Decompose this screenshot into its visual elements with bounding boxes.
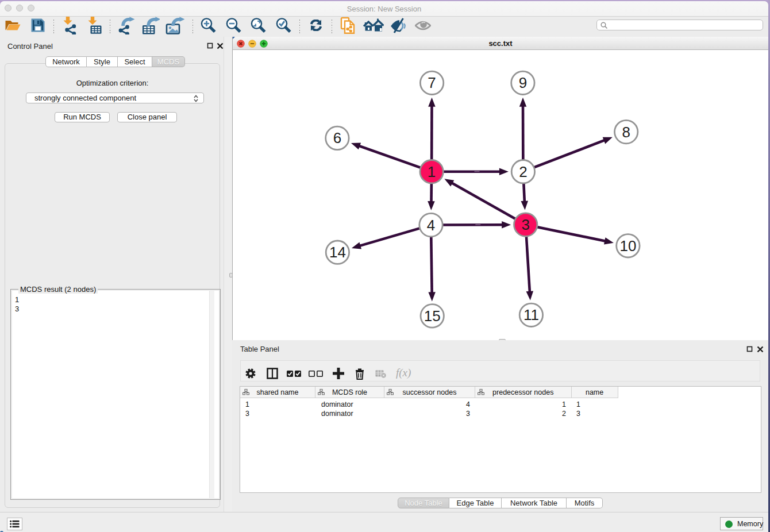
svg-text:3: 3 — [521, 216, 529, 233]
svg-text:2: 2 — [519, 163, 527, 180]
svg-text:14: 14 — [329, 244, 346, 261]
svg-text:10: 10 — [619, 237, 636, 255]
svg-text:15: 15 — [424, 307, 441, 325]
svg-text:11: 11 — [523, 306, 539, 323]
svg-text:6: 6 — [333, 129, 341, 147]
svg-text:8: 8 — [622, 124, 630, 141]
svg-text:4: 4 — [427, 217, 435, 234]
svg-text:9: 9 — [519, 74, 527, 91]
svg-text:1: 1 — [428, 163, 436, 180]
svg-text:7: 7 — [428, 74, 436, 91]
